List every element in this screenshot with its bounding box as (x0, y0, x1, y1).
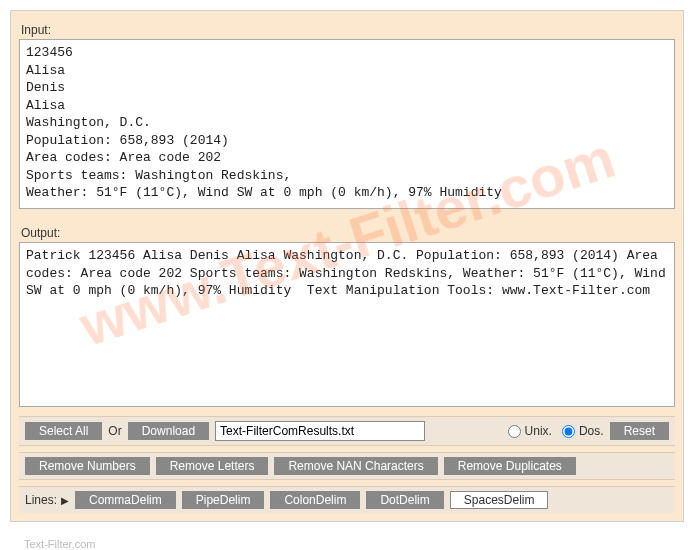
select-all-button[interactable]: Select All (25, 422, 102, 440)
unix-text: Unix. (525, 424, 552, 438)
toolbar-remove: Remove Numbers Remove Letters Remove NAN… (19, 452, 675, 480)
toolbar-download: Select All Or Download Unix. Dos. Reset (19, 416, 675, 446)
remove-numbers-button[interactable]: Remove Numbers (25, 457, 150, 475)
spaces-delim-button[interactable]: SpacesDelim (450, 491, 549, 509)
arrow-icon: ▶ (61, 495, 69, 506)
output-textarea[interactable] (19, 242, 675, 407)
reset-button[interactable]: Reset (610, 422, 669, 440)
footer-credit: Text-Filter.com (0, 532, 694, 550)
input-textarea[interactable] (19, 39, 675, 209)
comma-delim-button[interactable]: CommaDelim (75, 491, 176, 509)
pipe-delim-button[interactable]: PipeDelim (182, 491, 265, 509)
colon-delim-button[interactable]: ColonDelim (270, 491, 360, 509)
remove-duplicates-button[interactable]: Remove Duplicates (444, 457, 576, 475)
output-label: Output: (21, 226, 675, 240)
lines-label: Lines: ▶ (25, 493, 69, 507)
dos-radio[interactable] (562, 425, 575, 438)
unix-radio[interactable] (508, 425, 521, 438)
download-button[interactable]: Download (128, 422, 209, 440)
or-label: Or (108, 424, 121, 438)
input-label: Input: (21, 23, 675, 37)
remove-nan-button[interactable]: Remove NAN Characters (274, 457, 437, 475)
filename-input[interactable] (215, 421, 425, 441)
remove-letters-button[interactable]: Remove Letters (156, 457, 269, 475)
toolbar-delim: Lines: ▶ CommaDelim PipeDelim ColonDelim… (19, 486, 675, 513)
dot-delim-button[interactable]: DotDelim (366, 491, 443, 509)
unix-radio-label[interactable]: Unix. (504, 424, 552, 438)
dos-text: Dos. (579, 424, 604, 438)
dos-radio-label[interactable]: Dos. (558, 424, 604, 438)
